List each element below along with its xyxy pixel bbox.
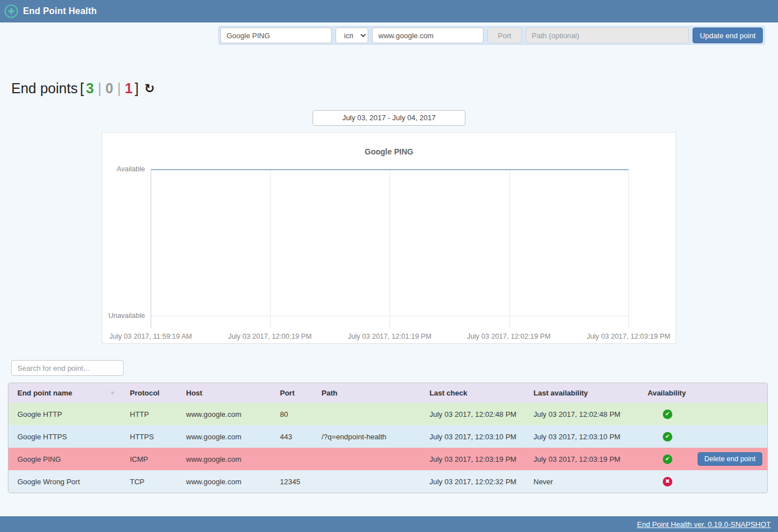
column-header-path[interactable]: Path	[313, 383, 420, 403]
cell-host: www.google.com	[177, 448, 271, 470]
endpoints-table: End point name ▼ Protocol Host Port Path…	[8, 383, 768, 493]
cell-path: /?q=endpoint-health	[313, 425, 420, 448]
chart-title: Google PING	[102, 147, 676, 156]
sort-desc-icon: ▼	[110, 390, 115, 396]
column-header-protocol[interactable]: Protocol	[121, 383, 177, 403]
unavailable-cross-icon: ✖	[663, 477, 672, 486]
column-header-last-check[interactable]: Last check	[420, 383, 524, 403]
cell-last-availability: July 03 2017, 12:03:10 PM	[524, 425, 639, 448]
cell-last-availability: July 03 2017, 12:03:19 PM	[524, 448, 639, 470]
daterange-picker[interactable]: July 03, 2017 - July 04, 2017	[313, 110, 465, 126]
unavailable-count: 1	[125, 80, 133, 97]
table-header-row: End point name ▼ Protocol Host Port Path…	[8, 383, 767, 403]
y-axis-label-unavailable: Unavailable	[107, 312, 145, 320]
column-header-last-availability[interactable]: Last availability	[524, 383, 639, 403]
count-separator: |	[117, 80, 121, 97]
unknown-count: 0	[106, 80, 114, 97]
availability-chart: Google PING Available Unavailable July 0…	[102, 132, 676, 344]
cell-path	[313, 448, 420, 470]
cell-host: www.google.com	[177, 403, 271, 425]
available-check-icon: ✔	[663, 432, 672, 442]
x-axis-tick: July 03 2017, 12:03:19 PM	[567, 333, 690, 340]
x-axis-tick: July 03 2017, 12:01:19 PM	[328, 333, 451, 340]
series-line-google-ping	[151, 169, 628, 170]
cell-last-check: July 03 2017, 12:03:19 PM	[420, 448, 524, 470]
table-row-google-ping[interactable]: Google PING ICMP www.google.com July 03 …	[8, 448, 767, 470]
table-row-google-wrong-port[interactable]: Google Wrong Port TCP www.google.com 123…	[8, 470, 767, 493]
cell-name: Google Wrong Port	[8, 470, 121, 493]
cell-host: www.google.com	[177, 425, 271, 448]
gridline	[509, 169, 510, 328]
endpoint-name-input[interactable]	[220, 28, 332, 43]
cell-name: Google HTTP	[8, 403, 121, 425]
cell-path	[313, 470, 420, 493]
search-input[interactable]	[11, 360, 124, 376]
endpoint-form: icmp Update end point	[218, 26, 765, 45]
cell-port	[271, 448, 313, 470]
cell-protocol: TCP	[121, 470, 177, 493]
count-separator: |	[98, 80, 102, 97]
y-axis-label-available: Available	[107, 165, 145, 173]
column-header-availability[interactable]: Availability	[639, 383, 767, 403]
cell-last-availability: Never	[524, 470, 639, 493]
cell-protocol: HTTPS	[121, 425, 177, 448]
gridline	[270, 169, 271, 328]
delete-endpoint-button[interactable]: Delete end point	[698, 452, 762, 466]
available-check-icon: ✔	[663, 454, 672, 464]
app-title: End Point Health	[23, 6, 97, 16]
app-footer: End Point Health ver. 0.19.0-SNAPSHOT	[0, 516, 778, 532]
cell-last-check: July 03 2017, 12:02:48 PM	[420, 403, 524, 425]
heading-text: End points	[11, 80, 78, 97]
cell-name: Google PING	[8, 448, 121, 470]
host-input[interactable]	[372, 28, 483, 43]
app-header: ✚ End Point Health	[0, 0, 778, 22]
cell-port: 12345	[271, 470, 313, 493]
gridline	[390, 169, 390, 328]
gridline	[628, 169, 629, 328]
cell-port: 80	[271, 403, 313, 425]
column-header-port[interactable]: Port	[271, 383, 313, 403]
cell-path	[313, 403, 420, 425]
table-row-google-http[interactable]: Google HTTP HTTP www.google.com 80 July …	[8, 403, 767, 425]
endpoints-heading: End points [ 3 | 0 | 1 ] ↻	[11, 80, 155, 97]
column-header-host[interactable]: Host	[177, 383, 271, 403]
cell-name: Google HTTPS	[8, 425, 121, 448]
available-count: 3	[86, 80, 94, 97]
endpoint-health-app: ✚ End Point Health icmp Update end point…	[0, 0, 778, 532]
cell-last-availability: July 03 2017, 12:02:48 PM	[524, 403, 639, 425]
column-header-name[interactable]: End point name ▼	[8, 383, 121, 403]
close-bracket: ]	[135, 80, 139, 97]
available-check-icon: ✔	[663, 410, 672, 419]
cell-protocol: ICMP	[121, 448, 177, 470]
x-axis-tick: July 03 2017, 12:00:19 PM	[208, 333, 332, 340]
cell-last-check: July 03 2017, 12:03:10 PM	[420, 425, 524, 448]
port-input	[487, 28, 522, 43]
cell-protocol: HTTP	[121, 403, 177, 425]
path-input	[526, 28, 689, 43]
protocol-select[interactable]: icmp	[336, 28, 368, 43]
refresh-icon[interactable]: ↻	[144, 83, 155, 95]
open-bracket: [	[80, 80, 84, 97]
update-endpoint-button[interactable]: Update end point	[693, 28, 763, 43]
version-link[interactable]: End Point Health ver. 0.19.0-SNAPSHOT	[637, 520, 771, 529]
x-axis-tick: July 03 2017, 11:59:19 AM	[89, 333, 212, 340]
cell-port: 443	[271, 425, 313, 448]
table-row-google-https[interactable]: Google HTTPS HTTPS www.google.com 443 /?…	[8, 425, 767, 448]
cell-last-check: July 03 2017, 12:02:32 PM	[420, 470, 524, 493]
x-axis-tick: July 03 2017, 12:02:19 PM	[447, 333, 571, 340]
cell-host: www.google.com	[177, 470, 271, 493]
gridline-unavailable	[151, 316, 628, 316]
health-plus-icon: ✚	[4, 4, 18, 18]
chart-plot-area	[151, 169, 628, 328]
